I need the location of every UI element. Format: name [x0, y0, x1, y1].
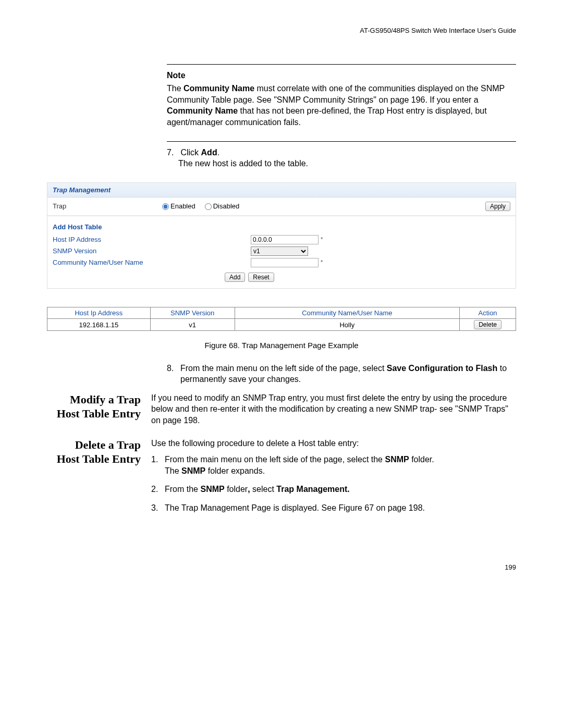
step-7: 7. Click Add. The new host is added to t…: [167, 147, 516, 169]
delete-section: Delete a Trap Host Table Entry Use the f…: [47, 438, 516, 521]
page-number: 199: [47, 563, 516, 572]
step-bold-snmp: SNMP: [385, 455, 409, 464]
step-bold-add: Add: [201, 148, 217, 157]
required-mark: *: [321, 258, 323, 266]
host-ip-label: Host IP Address: [53, 235, 251, 244]
radio-disabled[interactable]: [205, 203, 212, 210]
radio-enabled-label: Enabled: [170, 202, 195, 211]
delete-intro: Use the following procedure to delete a …: [151, 438, 516, 449]
step-text: folder expands.: [205, 466, 265, 475]
host-ip-row: Host IP Address *: [47, 234, 516, 245]
trap-enabled-radio[interactable]: Enabled: [162, 202, 195, 211]
step-body: The new host is added to the table.: [178, 158, 516, 169]
step-text: .: [217, 148, 219, 157]
required-mark: *: [321, 236, 323, 243]
community-input[interactable]: [251, 258, 319, 267]
figure-caption: Figure 68. Trap Management Page Example: [47, 340, 516, 351]
trap-panel-title: Trap Management: [47, 183, 516, 198]
table-row: 192.168.1.15 v1 Holly Delete: [47, 319, 516, 331]
delete-step-3: 3. The Trap Management Page is displayed…: [151, 502, 516, 514]
note-bold-community-2: Community Name: [167, 106, 238, 115]
snmp-version-label: SNMP Version: [53, 246, 251, 256]
trap-enable-row: Trap Enabled Disabled Apply: [47, 198, 516, 216]
reset-button[interactable]: Reset: [248, 273, 274, 282]
step-text: The Trap Management Page is displayed. S…: [165, 502, 516, 514]
step-number: 8.: [167, 363, 180, 385]
community-label: Community Name/User Name: [53, 258, 251, 267]
community-row: Community Name/User Name *: [47, 257, 516, 268]
cell-host-ip: 192.168.1.15: [47, 319, 151, 331]
step-text: The: [165, 466, 181, 475]
modify-heading-l1: Modify a Trap: [47, 392, 141, 407]
step-number: 7.: [167, 147, 178, 158]
th-action: Action: [460, 307, 516, 319]
step-number: 2.: [151, 484, 165, 495]
add-button[interactable]: Add: [225, 273, 245, 282]
note-seg: The: [167, 84, 183, 93]
modify-body: If you need to modify an SNMP Trap entry…: [151, 392, 516, 426]
apply-button[interactable]: Apply: [485, 202, 510, 211]
step-text: Click: [180, 148, 201, 157]
note-text: The Community Name must correlate with o…: [167, 83, 516, 128]
modify-heading-l2: Host Table Entry: [47, 406, 141, 421]
delete-step-1: 1. From the main menu on the left side o…: [151, 454, 516, 476]
step-text: From the main menu on the left side of t…: [165, 455, 385, 464]
trap-management-panel: Trap Management Trap Enabled Disabled Ap…: [47, 182, 516, 289]
note-block: Note The Community Name must correlate w…: [167, 70, 516, 128]
table-header-row: Host Ip Address SNMP Version Community N…: [47, 307, 516, 319]
step-text: From the main menu on the left side of t…: [180, 364, 387, 373]
step-text: folder: [225, 485, 248, 493]
snmp-version-row: SNMP Version v1: [47, 245, 516, 257]
step-text: select: [250, 485, 277, 493]
delete-step-2: 2. From the SNMP folder, select Trap Man…: [151, 484, 516, 495]
snmp-version-select[interactable]: v1: [251, 246, 308, 256]
host-result-table: Host Ip Address SNMP Version Community N…: [47, 307, 516, 331]
cell-snmp-version: v1: [150, 319, 235, 331]
delete-heading-l1: Delete a Trap: [47, 438, 141, 452]
delete-button[interactable]: Delete: [474, 320, 501, 329]
step-8: 8. From the main menu on the left side o…: [167, 363, 516, 385]
trap-disabled-radio[interactable]: Disabled: [205, 202, 240, 211]
th-community: Community Name/User Name: [235, 307, 460, 319]
step-bold-trap-mgmt: Trap Management.: [276, 485, 349, 493]
step-number: 1.: [151, 454, 165, 476]
step-number: 3.: [151, 502, 165, 514]
section-divider: [167, 141, 516, 142]
step-text: folder.: [409, 455, 434, 464]
step-bold-snmp: SNMP: [200, 485, 224, 493]
th-snmp-version: SNMP Version: [150, 307, 235, 319]
doc-header: AT-GS950/48PS Switch Web Interface User'…: [47, 26, 516, 35]
step-bold-save-config: Save Configuration to Flash: [387, 364, 497, 373]
modify-section: Modify a Trap Host Table Entry If you ne…: [47, 392, 516, 426]
host-ip-input[interactable]: [251, 235, 319, 244]
delete-heading-l2: Host Table Entry: [47, 452, 141, 466]
radio-enabled[interactable]: [162, 203, 169, 210]
step-text: From the: [165, 485, 200, 493]
add-host-title: Add Host Table: [47, 216, 516, 234]
cell-community: Holly: [235, 319, 460, 331]
note-title: Note: [167, 70, 516, 81]
step-bold-snmp: SNMP: [181, 466, 205, 475]
radio-disabled-label: Disabled: [213, 202, 240, 211]
note-bold-community-1: Community Name: [183, 84, 254, 93]
trap-label: Trap: [53, 202, 162, 211]
th-host-ip: Host Ip Address: [47, 307, 151, 319]
section-divider: [167, 64, 516, 65]
